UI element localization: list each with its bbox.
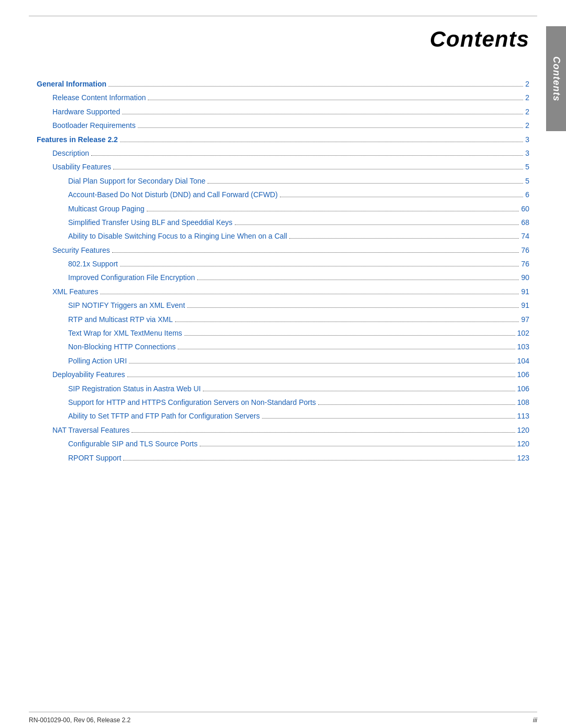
toc-entry: Polling Action URI104 xyxy=(37,355,529,367)
toc-entry-page: 103 xyxy=(517,341,529,352)
side-tab-label: Contents xyxy=(551,56,562,101)
toc-entry: Simplified Transfer Using BLF and Speedd… xyxy=(37,217,529,228)
toc-entry-text[interactable]: Polling Action URI xyxy=(68,355,127,367)
toc-entry: Non-Blocking HTTP Connections103 xyxy=(37,341,529,352)
toc-entry: 802.1x Support76 xyxy=(37,258,529,270)
toc-entry-page: 60 xyxy=(521,203,529,215)
toc-entry: RPORT Support123 xyxy=(37,452,529,464)
toc-entry: Usability Features5 xyxy=(37,161,529,173)
toc-entry-dots xyxy=(132,432,515,433)
toc-entry-text[interactable]: Bootloader Requirements xyxy=(52,120,136,131)
toc-entry-dots xyxy=(184,335,515,336)
toc-entry: SIP Registration Status in Aastra Web UI… xyxy=(37,383,529,394)
toc-entry-page: 76 xyxy=(521,244,529,256)
toc-entry-page: 106 xyxy=(517,383,529,394)
toc-entry-text[interactable]: Multicast Group Paging xyxy=(68,203,145,215)
toc-entry-text[interactable]: Ability to Set TFTP and FTP Path for Con… xyxy=(68,410,260,422)
toc-entry-dots xyxy=(122,114,523,114)
toc-entry-text[interactable]: General Information xyxy=(37,78,106,90)
toc-entry-page: 102 xyxy=(517,327,529,339)
toc-entry-text[interactable]: 802.1x Support xyxy=(68,258,118,270)
toc-entry-dots xyxy=(175,322,519,322)
toc-entry-text[interactable]: Hardware Supported xyxy=(52,106,120,117)
toc-entry: Description3 xyxy=(37,147,529,159)
toc-entry-dots xyxy=(112,252,519,253)
page-title: Contents xyxy=(430,27,529,51)
toc-entry-dots xyxy=(100,294,519,294)
toc-entry-text[interactable]: Support for HTTP and HTTPS Configuration… xyxy=(68,397,316,408)
toc-entry-dots xyxy=(208,183,523,184)
toc-entry: Improved Configuration File Encryption90 xyxy=(37,272,529,283)
toc-entry-text[interactable]: Description xyxy=(52,147,89,159)
toc-entry-page: 120 xyxy=(517,438,529,449)
toc-entry-page: 104 xyxy=(517,355,529,367)
toc-entry-page: 91 xyxy=(521,286,529,297)
toc-entry-text[interactable]: Release Content Information xyxy=(52,92,146,103)
toc-entry-text[interactable]: Simplified Transfer Using BLF and Speedd… xyxy=(68,217,233,228)
toc-entry-text[interactable]: Improved Configuration File Encryption xyxy=(68,272,195,283)
toc-entry: NAT Traversal Features120 xyxy=(37,424,529,436)
toc-entry-page: 2 xyxy=(525,78,529,90)
toc-entry-text[interactable]: RTP and Multicast RTP via XML xyxy=(68,314,173,325)
toc-entry-page: 76 xyxy=(521,258,529,270)
toc-entry: Hardware Supported2 xyxy=(37,106,529,117)
toc-entry-page: 3 xyxy=(525,134,529,145)
toc-entry-page: 120 xyxy=(517,424,529,436)
toc-entry-dots xyxy=(262,418,515,419)
toc-entry-page: 113 xyxy=(517,410,529,422)
toc-entry-text[interactable]: Ability to Disable Switching Focus to a … xyxy=(68,230,287,242)
toc-entry-page: 5 xyxy=(525,175,529,187)
toc-entry-page: 97 xyxy=(521,314,529,325)
toc-entry-text[interactable]: RPORT Support xyxy=(68,452,121,464)
toc-entry-dots xyxy=(147,211,519,211)
toc-entry-page: 2 xyxy=(525,92,529,103)
toc-entry-page: 6 xyxy=(525,189,529,200)
toc-entry: Release Content Information2 xyxy=(37,92,529,103)
toc-entry-page: 90 xyxy=(521,272,529,283)
toc-entry-text[interactable]: XML Features xyxy=(52,286,98,297)
toc-entry-dots xyxy=(318,404,515,405)
toc-entry-text[interactable]: Configurable SIP and TLS Source Ports xyxy=(68,438,198,449)
toc-entry-text[interactable]: SIP NOTIFY Triggers an XML Event xyxy=(68,299,185,311)
toc-entry-text[interactable]: Dial Plan Support for Secondary Dial Ton… xyxy=(68,175,205,187)
toc-entry-dots xyxy=(197,280,519,280)
toc-entry-page: 123 xyxy=(517,452,529,464)
toc-entry-dots xyxy=(120,142,523,142)
toc-entry-text[interactable]: Text Wrap for XML TextMenu Items xyxy=(68,327,182,339)
toc-entry: Account-Based Do Not Disturb (DND) and C… xyxy=(37,189,529,200)
toc-entry-page: 106 xyxy=(517,369,529,380)
toc-entry-dots xyxy=(138,127,523,128)
toc-entry-text[interactable]: SIP Registration Status in Aastra Web UI xyxy=(68,383,201,394)
toc-entry-dots xyxy=(289,238,519,239)
toc-entry: Bootloader Requirements2 xyxy=(37,120,529,131)
toc-entry: Security Features76 xyxy=(37,244,529,256)
toc-entry: Features in Release 2.23 xyxy=(37,134,529,145)
toc-entry-page: 108 xyxy=(517,397,529,408)
title-area: Contents xyxy=(0,16,566,73)
toc-entry-text[interactable]: Deployability Features xyxy=(52,369,125,380)
toc-entry-page: 2 xyxy=(525,106,529,117)
toc-entry: Deployability Features106 xyxy=(37,369,529,380)
toc-entry-text[interactable]: Security Features xyxy=(52,244,110,256)
toc-entry: Dial Plan Support for Secondary Dial Ton… xyxy=(37,175,529,187)
footer-page-number: iii xyxy=(533,716,537,724)
toc-entry: Ability to Disable Switching Focus to a … xyxy=(37,230,529,242)
toc-entry-page: 91 xyxy=(521,299,529,311)
toc-entry-dots xyxy=(280,197,523,197)
toc-entry-page: 5 xyxy=(525,161,529,173)
footer: RN-001029-00, Rev 06, Release 2.2 iii xyxy=(29,712,537,728)
toc-entry: Configurable SIP and TLS Source Ports120 xyxy=(37,438,529,449)
toc-entry-text[interactable]: NAT Traversal Features xyxy=(52,424,129,436)
toc-entry-page: 3 xyxy=(525,147,529,159)
toc-entry-dots xyxy=(203,391,515,391)
toc-entry-dots xyxy=(187,307,519,308)
toc-entry-text[interactable]: Features in Release 2.2 xyxy=(37,134,118,145)
toc-entry-page: 2 xyxy=(525,120,529,131)
page: Contents Contents General Information2Re… xyxy=(0,0,566,728)
toc-entry-dots xyxy=(178,349,515,349)
toc-entry-text[interactable]: Non-Blocking HTTP Connections xyxy=(68,341,176,352)
toc-entry-text[interactable]: Usability Features xyxy=(52,161,111,173)
toc-entry-text[interactable]: Account-Based Do Not Disturb (DND) and C… xyxy=(68,189,278,200)
toc-entry: XML Features91 xyxy=(37,286,529,297)
toc-entry-dots xyxy=(235,224,519,225)
